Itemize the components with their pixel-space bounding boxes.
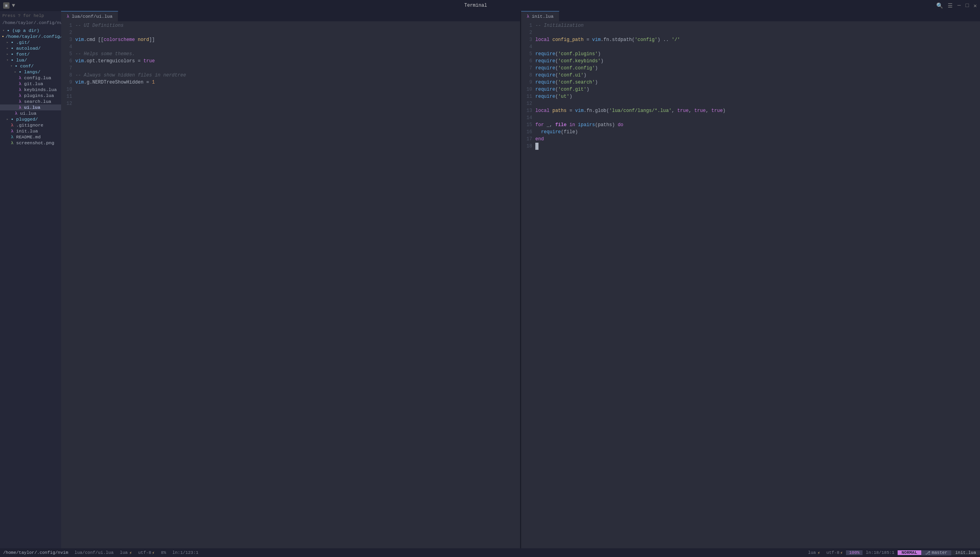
git-branch-indicator: ⎇ master xyxy=(921,550,952,555)
folder-icon: ▪ xyxy=(6,28,11,33)
file-icon: λ xyxy=(17,105,23,110)
tree-item-label: init.lua xyxy=(16,129,38,134)
left-status-path: /home/taylor/.config/nvim xyxy=(0,550,71,555)
right-status-filename: init.lua xyxy=(951,550,980,555)
tree-arrow: ▸ xyxy=(6,117,9,121)
sidebar-path: /home/taylor/.config/nvim/ xyxy=(0,20,61,28)
tree-item-up-dir[interactable]: ▾ ▪ (up a dir) xyxy=(0,28,61,34)
tree-item-ui-lua-conf[interactable]: λ ui.lua xyxy=(0,104,61,110)
tree-item-lua[interactable]: ▾ ▪ lua/ xyxy=(0,57,61,63)
left-editor-pane: λ lua/conf/ui.lua 12345 678910 1112 -- U… xyxy=(61,11,520,548)
menu-icon[interactable]: ☰ xyxy=(948,2,953,9)
right-encoding-icon: ⚡ xyxy=(840,550,843,555)
left-tab-label: lua/conf/ui.lua xyxy=(72,14,113,19)
right-code-area[interactable]: 12345 678910 1112131415 161718 -- Initia… xyxy=(521,21,980,548)
sidebar-help-text: Press ? for help xyxy=(0,13,61,20)
file-icon: λ xyxy=(13,111,19,116)
titlebar: ▣ ▼ Terminal 🔍 ☰ ─ □ ✕ xyxy=(0,0,980,11)
tree-item-label: lua/ xyxy=(16,58,27,63)
left-status-file: lua/conf/ui.lua xyxy=(71,550,117,555)
folder-icon: ▪ xyxy=(9,117,15,122)
folder-icon: ▪ xyxy=(9,46,15,51)
tree-item-label: screenshot.png xyxy=(16,140,54,145)
tree-item-keybinds-lua[interactable]: λ keybinds.lua xyxy=(0,87,61,93)
file-tree-sidebar: Press ? for help /home/taylor/.config/nv… xyxy=(0,11,61,548)
right-status-pct: 100% xyxy=(846,550,863,555)
tree-item-label: ui.lua xyxy=(20,111,36,116)
tree-arrow: ▸ xyxy=(6,52,9,56)
tree-item-label: keybinds.lua xyxy=(24,87,57,92)
tree-item-label: ui.lua xyxy=(24,105,40,110)
branch-name: master xyxy=(932,550,948,555)
tree-item-label: .git/ xyxy=(16,40,30,45)
left-status-lang: lua ⚡ xyxy=(117,550,135,555)
tree-item-git[interactable]: ▸ ▪ .git/ xyxy=(0,39,61,45)
tree-item-autoload[interactable]: ▸ ▪ autoload/ xyxy=(0,45,61,51)
tree-item-plugged[interactable]: ▸ ▪ plugged/ xyxy=(0,116,61,122)
file-icon: λ xyxy=(9,123,15,128)
folder-icon: ▪ xyxy=(2,34,4,39)
editor-area: λ lua/conf/ui.lua 12345 678910 1112 -- U… xyxy=(61,11,980,548)
tree-item-gitignore[interactable]: λ .gitignore xyxy=(0,122,61,128)
tree-item-label: config.lua xyxy=(24,75,51,80)
tree-item-label: search.lua xyxy=(24,99,51,104)
file-icon: λ xyxy=(17,87,23,92)
tree-item-label: README.md xyxy=(16,134,41,140)
left-tab-ui-lua[interactable]: λ lua/conf/ui.lua xyxy=(61,11,118,21)
right-encoding-label: utf-8 xyxy=(826,550,839,555)
titlebar-left: ▣ ▼ xyxy=(3,2,15,9)
tree-item-font[interactable]: ▸ ▪ font/ xyxy=(0,51,61,57)
file-icon: λ xyxy=(9,129,15,134)
left-lang-label: lua xyxy=(120,550,128,555)
left-status-pos: ln:1/123:1 xyxy=(169,550,201,555)
right-tab-init-lua[interactable]: λ init.lua xyxy=(521,11,559,21)
right-line-numbers: 12345 678910 1112131415 161718 xyxy=(521,21,535,548)
file-icon: λ xyxy=(17,81,23,86)
minimize-button[interactable]: ─ xyxy=(958,2,961,9)
tree-item-label: /home/taylor/.config/nvim/ xyxy=(6,34,61,39)
file-icon: λ xyxy=(9,140,15,145)
tree-item-ui-lua[interactable]: λ ui.lua xyxy=(0,110,61,116)
folder-icon: ▪ xyxy=(17,69,23,75)
tree-item-readme[interactable]: λ README.md xyxy=(0,134,61,140)
right-status-pos: ln:18/185:1 xyxy=(863,550,898,555)
tree-item-screenshot[interactable]: λ screenshot.png xyxy=(0,140,61,146)
maximize-button[interactable]: □ xyxy=(965,2,969,9)
main-container: Press ? for help /home/taylor/.config/nv… xyxy=(0,11,980,548)
tree-item-label: (up a dir) xyxy=(12,28,39,33)
menu-button[interactable]: ▼ xyxy=(12,2,15,9)
right-tab-bar: λ init.lua xyxy=(521,11,980,21)
search-icon[interactable]: 🔍 xyxy=(936,2,943,9)
right-status-encoding: utf-8 ⚡ xyxy=(823,550,846,555)
right-status-lang: lua ⚡ xyxy=(805,550,823,555)
tree-item-init-lua[interactable]: λ init.lua xyxy=(0,128,61,134)
folder-icon: ▪ xyxy=(9,58,15,63)
tree-item-git-lua[interactable]: λ git.lua xyxy=(0,81,61,87)
file-tab-icon: λ xyxy=(527,14,529,19)
statusbar: /home/taylor/.config/nvim lua/conf/ui.lu… xyxy=(0,548,980,557)
tree-item-search-lua[interactable]: λ search.lua xyxy=(0,99,61,104)
right-tab-label: init.lua xyxy=(532,14,553,19)
tree-item-conf[interactable]: ▾ ▪ conf/ xyxy=(0,63,61,69)
tree-arrow: ▾ xyxy=(9,64,13,68)
tree-item-label: .gitignore xyxy=(16,123,43,128)
tree-arrow: ▸ xyxy=(6,46,9,50)
left-line-numbers: 12345 678910 1112 xyxy=(61,21,75,548)
right-lang-label: lua xyxy=(808,550,816,555)
folder-icon: ▪ xyxy=(9,52,15,57)
right-editor-pane: λ init.lua 12345 678910 1112131415 16171… xyxy=(521,11,980,548)
tree-item-label: plugged/ xyxy=(16,117,38,122)
tree-item-config-lua[interactable]: λ config.lua xyxy=(0,75,61,81)
right-statusbar: lua ⚡ utf-8 ⚡ 100% ln:18/185:1 NORMAL ⎇ … xyxy=(805,550,980,555)
tree-arrow: ▾ xyxy=(6,58,9,62)
close-button[interactable]: ✕ xyxy=(974,2,977,9)
tree-item-plugins-lua[interactable]: λ plugins.lua xyxy=(0,93,61,99)
tree-item-nvim-root[interactable]: ▪ /home/taylor/.config/nvim/ xyxy=(0,34,61,39)
left-code-area[interactable]: 12345 678910 1112 -- UI Definitions vim.… xyxy=(61,21,520,548)
tree-item-label: conf/ xyxy=(20,63,34,69)
branch-icon: ⎇ xyxy=(925,550,930,555)
left-encoding-icon: ⚡ xyxy=(152,550,155,555)
tree-item-label: font/ xyxy=(16,52,30,57)
app-icon: ▣ xyxy=(3,2,9,9)
tree-item-langs[interactable]: ▸ ▪ langs/ xyxy=(0,69,61,75)
